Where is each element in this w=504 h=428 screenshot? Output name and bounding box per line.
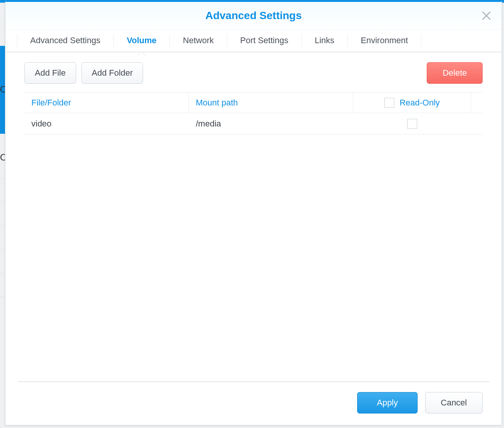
button-label: Cancel	[441, 398, 467, 408]
button-label: Apply	[377, 398, 398, 408]
button-label: Delete	[442, 68, 467, 78]
select-all-readonly-checkbox[interactable]	[384, 98, 394, 108]
cell-mount-path[interactable]: /media	[189, 113, 353, 134]
tab-links[interactable]: Links	[302, 29, 347, 52]
cell-value: video	[31, 119, 52, 129]
tab-label: Advanced Settings	[30, 36, 100, 45]
dialog-footer: Apply Cancel	[357, 392, 483, 413]
delete-button[interactable]: Delete	[427, 62, 483, 84]
advanced-settings-dialog: Advanced Settings Advanced Settings Volu…	[5, 0, 502, 425]
tab-label: Volume	[127, 36, 156, 45]
grid-header-row: File/Folder Mount path Read-Only	[24, 92, 483, 113]
tab-network[interactable]: Network	[170, 29, 227, 52]
tab-label: Port Settings	[240, 36, 288, 45]
volume-grid: File/Folder Mount path Read-Only video /…	[24, 92, 483, 135]
column-label: File/Folder	[31, 98, 71, 108]
button-label: Add Folder	[92, 68, 133, 78]
column-label: Read-Only	[400, 98, 440, 108]
cancel-button[interactable]: Cancel	[425, 392, 483, 413]
button-label: Add File	[35, 68, 66, 78]
add-file-button[interactable]: Add File	[24, 62, 76, 84]
tab-volume[interactable]: Volume	[114, 29, 169, 52]
tab-label: Network	[183, 36, 214, 45]
close-button[interactable]	[481, 10, 492, 21]
add-folder-button[interactable]: Add Folder	[81, 62, 143, 84]
dialog-header: Advanced Settings	[5, 2, 502, 29]
column-header-file-folder[interactable]: File/Folder	[24, 92, 189, 113]
cell-value: /media	[196, 119, 221, 129]
tab-environment[interactable]: Environment	[348, 29, 421, 52]
apply-button[interactable]: Apply	[357, 392, 417, 413]
readonly-checkbox[interactable]	[407, 119, 417, 129]
volume-toolbar: Add File Add Folder Delete	[5, 52, 502, 92]
table-row[interactable]: video /media	[24, 113, 483, 135]
column-header-read-only[interactable]: Read-Only	[353, 92, 471, 113]
tab-bar: Advanced Settings Volume Network Port Se…	[5, 29, 502, 52]
close-icon	[481, 10, 492, 21]
tab-label: Environment	[361, 36, 408, 45]
tab-port-settings[interactable]: Port Settings	[227, 29, 301, 52]
cell-file-folder[interactable]: video	[24, 113, 189, 134]
tab-advanced-settings[interactable]: Advanced Settings	[17, 29, 113, 52]
column-header-mount-path[interactable]: Mount path	[189, 92, 353, 113]
dialog-title: Advanced Settings	[5, 10, 502, 22]
column-label: Mount path	[196, 98, 238, 108]
footer-separator	[18, 381, 489, 382]
tab-label: Links	[315, 36, 334, 45]
tab-separator	[421, 34, 421, 47]
cell-read-only	[353, 113, 471, 134]
